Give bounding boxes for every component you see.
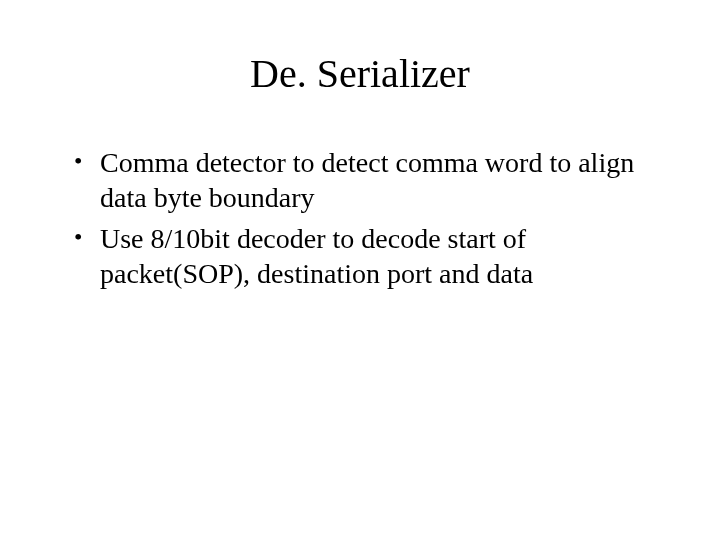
bullet-item: Comma detector to detect comma word to a… (70, 145, 660, 215)
bullet-list: Comma detector to detect comma word to a… (70, 145, 660, 291)
bullet-item: Use 8/10bit decoder to decode start of p… (70, 221, 660, 291)
slide: De. Serializer Comma detector to detect … (0, 0, 720, 540)
slide-title: De. Serializer (60, 50, 660, 97)
